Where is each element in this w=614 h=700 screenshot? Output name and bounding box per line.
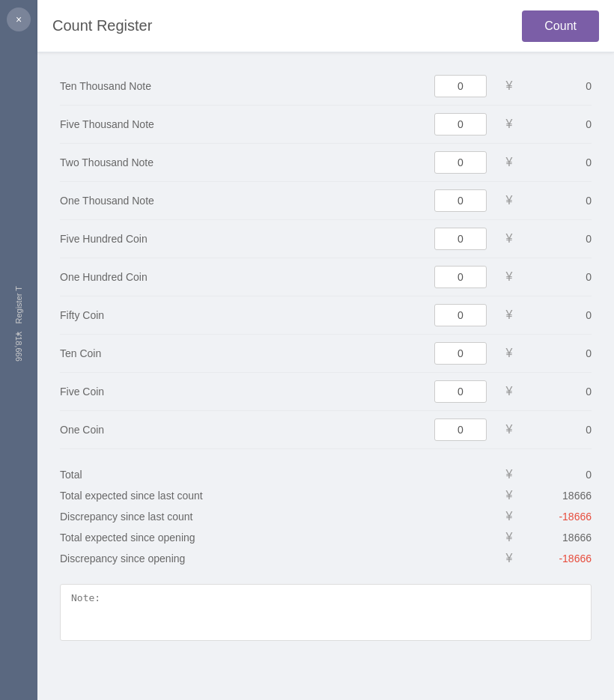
total-label-0: Total [60,469,487,481]
denom-value-0: 0 [532,80,592,92]
denomination-row: One Thousand Note ¥ 0 [60,182,592,220]
total-row: Total expected since last count ¥ 18666 [60,485,592,506]
denom-label-7: Ten Coin [60,347,434,359]
total-row: Total expected since opening ¥ 18666 [60,527,592,548]
total-currency-2: ¥ [487,510,532,523]
denomination-row: Fifty Coin ¥ 0 [60,296,592,335]
total-row: Discrepancy since last count ¥ -18666 [60,506,592,527]
total-currency-4: ¥ [487,552,532,565]
denom-label-0: Ten Thousand Note [60,80,434,92]
denomination-row: Ten Thousand Note ¥ 0 [60,67,592,106]
sidebar-amount: ¥18,666 [14,332,23,362]
denom-currency-5: ¥ [487,270,532,284]
total-label-1: Total expected since last count [60,490,487,502]
denomination-row: One Hundred Coin ¥ 0 [60,258,592,296]
denom-input-0[interactable] [434,75,487,97]
total-value-4: -18666 [532,553,592,564]
total-value-0: 0 [532,469,592,481]
close-button[interactable]: × [7,7,31,31]
count-button[interactable]: Count [522,10,599,42]
denom-currency-6: ¥ [487,308,532,322]
denom-currency-2: ¥ [487,156,532,169]
denom-value-7: 0 [532,347,592,359]
denomination-row: Five Thousand Note ¥ 0 [60,106,592,144]
denom-value-8: 0 [532,386,592,398]
total-value-1: 18666 [532,490,592,502]
denom-value-9: 0 [532,424,592,436]
note-input[interactable] [71,592,580,630]
denom-input-7[interactable] [434,342,487,365]
total-label-2: Discrepancy since last count [60,511,487,523]
denom-currency-4: ¥ [487,232,532,246]
denom-label-8: Five Coin [60,386,434,398]
total-value-3: 18666 [532,532,592,544]
total-currency-3: ¥ [487,531,532,544]
modal-title: Count Register [52,17,152,34]
denomination-row: Five Hundred Coin ¥ 0 [60,220,592,258]
denom-input-8[interactable] [434,380,487,403]
denom-value-2: 0 [532,156,592,168]
denom-label-5: One Hundred Coin [60,271,434,283]
denom-label-3: One Thousand Note [60,195,434,207]
denom-label-1: Five Thousand Note [60,118,434,130]
denom-label-4: Five Hundred Coin [60,233,434,245]
denom-label-9: One Coin [60,424,434,436]
denomination-row: Two Thousand Note ¥ 0 [60,144,592,182]
note-area [60,584,592,641]
denom-value-3: 0 [532,195,592,207]
denom-value-6: 0 [532,309,592,321]
modal: Count Register Count Ten Thousand Note ¥… [37,0,614,700]
denomination-row: Ten Coin ¥ 0 [60,335,592,373]
denom-input-4[interactable] [434,228,487,250]
total-row: Total ¥ 0 [60,464,592,485]
denom-currency-0: ¥ [487,79,532,93]
total-row: Discrepancy since opening ¥ -18666 [60,548,592,569]
denom-input-2[interactable] [434,151,487,174]
modal-body: Ten Thousand Note ¥ 0 Five Thousand Note… [37,52,614,700]
total-currency-0: ¥ [487,468,532,481]
denom-currency-1: ¥ [487,118,532,131]
denomination-row: Five Coin ¥ 0 [60,373,592,411]
modal-header: Count Register Count [37,0,614,52]
sidebar-register-label: Register T [14,286,23,324]
denom-input-5[interactable] [434,266,487,288]
close-icon: × [16,13,22,25]
denom-label-6: Fifty Coin [60,309,434,321]
total-label-4: Discrepancy since opening [60,553,487,564]
denom-label-2: Two Thousand Note [60,156,434,168]
total-label-3: Total expected since opening [60,532,487,544]
denomination-row: One Coin ¥ 0 [60,411,592,449]
denominations-list: Ten Thousand Note ¥ 0 Five Thousand Note… [60,67,592,449]
denom-input-6[interactable] [434,304,487,326]
denom-input-9[interactable] [434,419,487,441]
denom-value-4: 0 [532,233,592,245]
total-currency-1: ¥ [487,489,532,502]
denom-input-1[interactable] [434,113,487,136]
denom-input-3[interactable] [434,189,487,212]
denom-currency-8: ¥ [487,385,532,398]
denom-value-5: 0 [532,271,592,283]
denom-value-1: 0 [532,118,592,130]
denom-currency-7: ¥ [487,347,532,360]
sidebar: × Register T ¥18,666 [0,0,37,700]
denom-currency-3: ¥ [487,194,532,207]
denom-currency-9: ¥ [487,423,532,436]
total-value-2: -18666 [532,511,592,523]
totals-section: Total ¥ 0 Total expected since last coun… [60,460,592,573]
